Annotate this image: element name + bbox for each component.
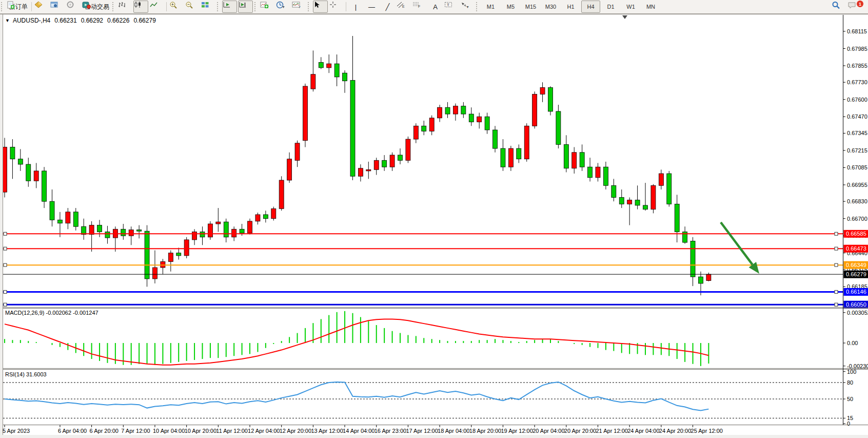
- svg-text:11 Apr 12:00: 11 Apr 12:00: [216, 428, 248, 434]
- svg-text:10 Apr 20:00: 10 Apr 20:00: [185, 428, 216, 434]
- svg-text:6 Apr 20:00: 6 Apr 20:00: [90, 428, 119, 434]
- line-handle[interactable]: [4, 290, 7, 293]
- zoom-in-button[interactable]: [169, 1, 184, 13]
- arrows-icon: [460, 1, 468, 8]
- chart-canvas[interactable]: 0.681150.679850.678550.677300.676000.674…: [0, 0, 868, 438]
- toolbar-grip[interactable]: [1, 2, 5, 11]
- trendline-button[interactable]: ╱: [380, 1, 395, 13]
- svg-text:0.67085: 0.67085: [847, 164, 867, 170]
- crosshair-button[interactable]: [329, 1, 344, 13]
- timeframe-m1[interactable]: M1: [481, 1, 500, 13]
- svg-text:12 Apr 04:00: 12 Apr 04:00: [248, 428, 280, 434]
- macd-label: MACD(12,26,9) -0.002062 -0.001247: [5, 310, 98, 316]
- chart-symbol-period: AUDUSD-,H4: [13, 17, 50, 24]
- timeframe-d1[interactable]: D1: [601, 1, 620, 13]
- fibonacci-icon: F: [412, 1, 421, 8]
- toolbar: 新订单 自动交易: [0, 0, 868, 14]
- new-order-icon: [7, 1, 15, 9]
- svg-text:0.67600: 0.67600: [847, 97, 867, 103]
- timeframe-m15[interactable]: M15: [521, 1, 540, 13]
- cursor-icon: [313, 1, 321, 8]
- svg-text:0.003052: 0.003052: [847, 310, 868, 316]
- vertical-line-button[interactable]: |: [348, 1, 363, 13]
- svg-text:12 Apr 20:00: 12 Apr 20:00: [280, 428, 311, 434]
- new-order-button[interactable]: 新订单: [6, 1, 29, 13]
- line-handle[interactable]: [4, 263, 7, 266]
- equidistant-channel-button[interactable]: E: [396, 1, 411, 13]
- line-handle[interactable]: [4, 232, 7, 235]
- line-chart-icon: [150, 1, 157, 8]
- equidistant-channel-icon: E: [397, 1, 405, 8]
- ohlc-low: 0.66226: [107, 17, 129, 24]
- svg-text:E: E: [402, 5, 405, 8]
- line-handle[interactable]: [835, 232, 838, 235]
- cursor-button[interactable]: [313, 1, 328, 13]
- line-handle[interactable]: [835, 290, 838, 293]
- horizontal-line-button[interactable]: —: [364, 1, 379, 13]
- price-flag-0.66585: 0.66585: [844, 230, 868, 238]
- svg-text:7 Apr 12:00: 7 Apr 12:00: [121, 428, 150, 434]
- toolbar-grip[interactable]: [308, 2, 311, 11]
- periods-button[interactable]: ▾: [275, 1, 290, 13]
- tile-windows-icon: [201, 1, 209, 8]
- svg-text:F: F: [418, 5, 420, 8]
- ohlc-high: 0.66292: [81, 17, 103, 24]
- timeframe-w1[interactable]: W1: [621, 1, 640, 13]
- templates-button[interactable]: ▾: [291, 1, 306, 13]
- svg-text:0.66050: 0.66050: [846, 301, 866, 308]
- indicators-button[interactable]: ▾: [260, 1, 274, 13]
- vertical-line-icon: |: [355, 4, 357, 10]
- bar-chart-button[interactable]: [117, 1, 132, 13]
- svg-text:0.66146: 0.66146: [846, 289, 866, 295]
- timeframe-h1[interactable]: H1: [561, 1, 580, 13]
- auto-trading-icon: [82, 1, 91, 9]
- arrows-button[interactable]: ▾: [460, 1, 475, 13]
- zoom-in-icon: [169, 1, 177, 9]
- line-handle[interactable]: [4, 303, 7, 306]
- text-label-button[interactable]: T: [444, 1, 459, 13]
- svg-text:13 Apr 12:00: 13 Apr 12:00: [311, 428, 343, 434]
- search-button[interactable]: [831, 1, 846, 13]
- chart-window: 0.681150.679850.678550.677300.676000.674…: [0, 0, 868, 438]
- line-handle[interactable]: [4, 247, 7, 250]
- candlestick-chart-button[interactable]: [133, 1, 148, 13]
- experts-button[interactable]: [50, 1, 65, 13]
- crosshair-icon: [329, 1, 337, 8]
- svg-text:19 Apr 12:00: 19 Apr 12:00: [501, 428, 532, 434]
- indicators-icon: [260, 1, 268, 8]
- zoom-out-button[interactable]: [185, 1, 200, 13]
- toolbar-grip[interactable]: [476, 2, 480, 11]
- tile-windows-button[interactable]: [201, 1, 215, 13]
- svg-text:16 Apr 23:00: 16 Apr 23:00: [374, 428, 406, 434]
- line-handle[interactable]: [835, 247, 838, 250]
- chart-shift-button[interactable]: [238, 1, 253, 13]
- svg-text:17 Apr 12:00: 17 Apr 12:00: [406, 428, 438, 434]
- notifications-button[interactable]: 1: [847, 1, 862, 13]
- symbols-button[interactable]: [34, 1, 49, 13]
- toolbar-grip[interactable]: [112, 2, 116, 11]
- notification-badge: 1: [856, 0, 864, 8]
- zoom-out-icon: [185, 1, 193, 9]
- toolbar-grip[interactable]: [254, 2, 258, 11]
- svg-text:18 Apr 04:00: 18 Apr 04:00: [438, 428, 469, 434]
- svg-text:6 Apr 04:00: 6 Apr 04:00: [58, 428, 87, 434]
- auto-trading-button[interactable]: 自动交易: [82, 1, 111, 13]
- timeframe-m5[interactable]: M5: [501, 1, 520, 13]
- line-handle[interactable]: [835, 303, 838, 306]
- fibonacci-button[interactable]: F: [412, 1, 427, 13]
- svg-text:0.66279: 0.66279: [846, 271, 866, 277]
- svg-text:14 Apr 04:00: 14 Apr 04:00: [343, 428, 374, 434]
- line-chart-button[interactable]: [149, 1, 164, 13]
- collapse-icon[interactable]: ▼: [5, 18, 10, 23]
- periods-icon: [276, 1, 284, 9]
- timeframe-h4[interactable]: H4: [581, 1, 600, 13]
- svg-text:0.67470: 0.67470: [847, 113, 867, 120]
- toolbar-grip[interactable]: [217, 2, 221, 11]
- price-flag-0.66146: 0.66146: [844, 288, 868, 296]
- auto-scroll-button[interactable]: [222, 1, 237, 13]
- timeframe-m30[interactable]: M30: [541, 1, 560, 13]
- scripts-button[interactable]: [66, 1, 81, 13]
- text-button[interactable]: A: [428, 1, 443, 13]
- line-handle[interactable]: [835, 263, 838, 266]
- timeframe-mn[interactable]: MN: [641, 1, 660, 13]
